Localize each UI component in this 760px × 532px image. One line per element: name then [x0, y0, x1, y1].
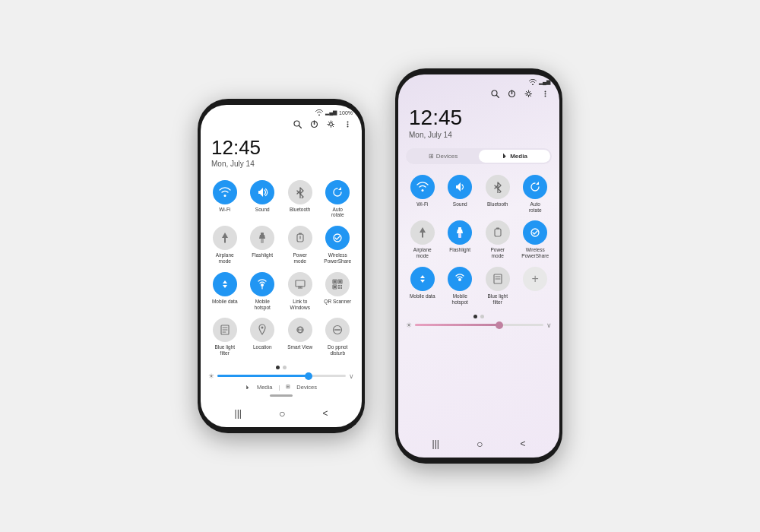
expand-icon-right[interactable]: ∨: [546, 321, 552, 329]
svg-rect-28: [338, 285, 340, 287]
tile-wifi-left[interactable]: Wi-Fi: [207, 177, 243, 222]
svg-point-56: [458, 278, 461, 281]
tile-bluetooth-right[interactable]: Bluetooth: [480, 172, 516, 217]
smartview-tile-icon: [288, 318, 312, 342]
bluelight-label-right: Blue lightfilter: [487, 293, 508, 306]
autorotate-tile-icon: [325, 180, 350, 204]
qr-tile-icon: [325, 272, 350, 296]
tile-powermode-right[interactable]: Powermode: [480, 217, 516, 262]
settings-icon-left[interactable]: [325, 119, 336, 129]
signal-bars-left: ▂▄▆: [325, 109, 337, 116]
location-tile-icon: [250, 318, 274, 342]
power-icon-right[interactable]: [506, 88, 517, 99]
tile-wireless-right[interactable]: WirelessPowerShare: [518, 217, 554, 262]
media-tab-label: Media: [510, 153, 527, 160]
svg-line-1: [299, 125, 301, 128]
tab-devices[interactable]: ⊞ Devices: [407, 150, 479, 163]
search-icon-left[interactable]: [292, 119, 302, 129]
clock-date-left: Mon, July 14: [211, 160, 351, 168]
plus-tile-icon-right: +: [523, 267, 547, 291]
svg-point-6: [347, 123, 348, 125]
tab-media[interactable]: ⏵ Media: [479, 150, 550, 163]
tile-sound-left[interactable]: Sound: [245, 177, 281, 222]
tile-plus-right[interactable]: +: [518, 264, 554, 309]
tile-wifi-right[interactable]: Wi-Fi: [404, 172, 441, 217]
sound-tile-icon-right: [448, 175, 472, 199]
tile-mobiledata-left[interactable]: Mobile data: [207, 269, 243, 314]
mobiledata-label-right: Mobile data: [410, 293, 435, 299]
tile-qr-left[interactable]: QR Scanner: [320, 269, 356, 314]
tile-flashlight-right[interactable]: Flashlight: [442, 217, 479, 262]
mobiledata-tile-icon: [213, 272, 237, 296]
mobiledata-tile-icon-right: [410, 267, 435, 291]
tile-hotspot-left[interactable]: Mobilehotspot: [245, 269, 281, 314]
nav-back-left[interactable]: <: [322, 408, 328, 419]
tile-bluelight-right[interactable]: Blue lightfilter: [480, 264, 516, 309]
settings-icon-right[interactable]: [523, 88, 534, 99]
wifi-icon: [315, 109, 323, 116]
tile-bluelight-left[interactable]: Blue lightfilter: [207, 315, 243, 359]
tiles-grid-left: Wi-Fi Sound Bluetooth Auto: [201, 174, 362, 363]
brightness-slider-right[interactable]: [415, 324, 543, 326]
nav-menu-left[interactable]: |||: [235, 408, 242, 419]
more-icon-left[interactable]: [342, 119, 353, 129]
tile-smartview-left[interactable]: Smart View: [282, 315, 318, 359]
svg-rect-18: [296, 280, 305, 287]
bluetooth-tile-icon: [288, 180, 312, 204]
tile-mobiledata-right[interactable]: Mobile data: [404, 264, 441, 309]
brightness-slider-left[interactable]: [217, 375, 346, 377]
link-tile-icon: [288, 272, 312, 296]
svg-rect-31: [340, 287, 342, 289]
svg-point-7: [347, 125, 348, 127]
nav-home-left[interactable]: ○: [279, 407, 285, 420]
bluetooth-label-right: Bluetooth: [487, 201, 508, 207]
tiles-grid-right: Wi-Fi Sound Bluetooth Auto: [398, 169, 559, 312]
bottom-bar-left: ⏵ Media | ⊞ Devices: [201, 382, 362, 393]
power-icon-left[interactable]: [309, 119, 319, 129]
tile-hotspot-right[interactable]: Mobilehotspot: [442, 264, 479, 309]
media-icon-left: ⏵: [245, 385, 251, 390]
wireless-tile-icon-right: [523, 220, 547, 245]
tile-autorotate-right[interactable]: Autorotate: [518, 172, 554, 217]
tile-flashlight-left[interactable]: Flashlight: [245, 223, 281, 268]
tile-airplane-left[interactable]: Airplanemode: [207, 223, 243, 268]
nav-back-right[interactable]: <: [520, 439, 525, 449]
brightness-row-left: ☀ ∨: [201, 371, 362, 382]
search-icon-right[interactable]: [489, 88, 500, 99]
brightness-icon-right: ☀: [406, 321, 412, 329]
page-dots-right: [398, 315, 559, 318]
tile-bluetooth-left[interactable]: Bluetooth: [282, 177, 318, 222]
tile-airplane-right[interactable]: Airplanemode: [404, 217, 441, 262]
tile-wireless-left[interactable]: WirelessPowerShare: [320, 223, 356, 268]
nav-home-right[interactable]: ○: [477, 438, 483, 450]
wifi-label-left: Wi-Fi: [219, 207, 230, 213]
media-label-left[interactable]: Media: [257, 384, 272, 391]
hotspot-tile-icon-right: [448, 267, 472, 291]
signal-bars-right: ▂▄▆: [539, 79, 550, 85]
svg-point-16: [261, 283, 264, 287]
wifi-tile-icon-right: [410, 175, 435, 199]
airplane-tile-icon-right: [410, 220, 435, 245]
svg-rect-13: [299, 233, 302, 235]
tile-sound-right[interactable]: Sound: [442, 172, 479, 217]
wireless-label-left: WirelessPowerShare: [324, 252, 351, 264]
svg-rect-53: [495, 229, 501, 236]
expand-icon-left[interactable]: ∨: [349, 372, 354, 380]
powermode-tile-icon: [288, 226, 312, 250]
svg-line-42: [496, 95, 499, 97]
tile-powermode-left[interactable]: Powermode: [282, 223, 318, 268]
sound-tile-icon: [250, 180, 274, 204]
devices-label-left[interactable]: Devices: [296, 384, 317, 391]
nav-menu-right[interactable]: |||: [432, 439, 439, 449]
nav-bar-right: ||| ○ <: [398, 433, 559, 458]
top-icons-left: [201, 117, 362, 132]
battery-left: 100%: [339, 110, 353, 116]
powermode-label-right: Powermode: [491, 247, 505, 259]
dot-inactive-right: [480, 315, 484, 318]
nav-bar-left: ||| ○ <: [201, 403, 362, 427]
tile-autorotate-left[interactable]: Autorotate: [320, 177, 356, 222]
tile-location-left[interactable]: Location: [245, 315, 281, 359]
more-icon-right[interactable]: [540, 88, 550, 99]
tile-dnd-left[interactable]: Do ppnotdisturb: [320, 315, 356, 359]
tile-link-left[interactable]: Link toWindows: [282, 269, 318, 314]
